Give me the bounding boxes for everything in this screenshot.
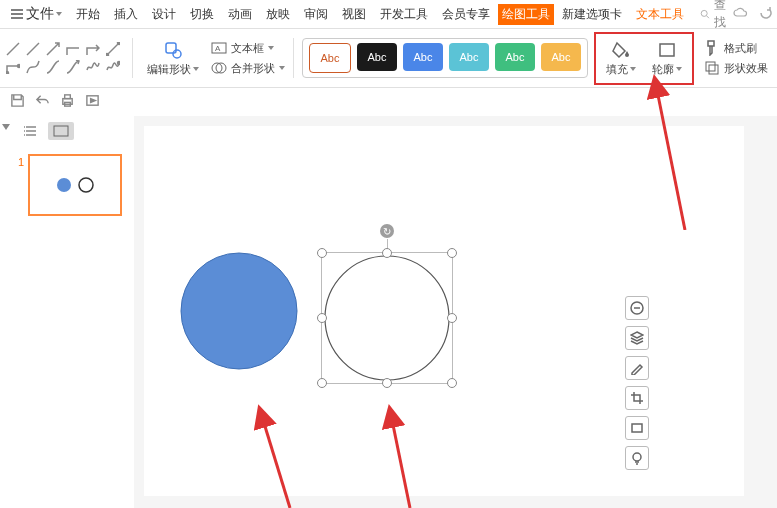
search-box[interactable]: 查找 (700, 0, 730, 31)
style-swatch-6[interactable]: Abc (541, 43, 581, 71)
menu-drawing-tools[interactable]: 绘图工具 (498, 4, 554, 25)
svg-rect-14 (709, 65, 718, 74)
format-brush-icon (704, 40, 720, 56)
canvas-area[interactable]: ↻ (134, 116, 777, 508)
svg-point-3 (6, 72, 9, 75)
menu-review[interactable]: 审阅 (298, 4, 334, 25)
svg-point-1 (106, 54, 109, 57)
shape-curve-icon (26, 60, 40, 74)
slide-canvas[interactable]: ↻ (144, 126, 744, 496)
menu-file[interactable]: 文件 (4, 3, 68, 25)
shape-elbow-arrow-icon (86, 42, 100, 56)
slide-thumbnail-1[interactable] (28, 154, 122, 216)
shape-arrow-icon (46, 42, 60, 56)
svg-point-26 (325, 256, 449, 380)
menu-animation[interactable]: 动画 (222, 4, 258, 25)
fill-icon (611, 41, 631, 59)
format-brush-button[interactable]: 格式刷 (704, 40, 768, 56)
workspace: 1 ↻ (0, 116, 777, 508)
svg-point-19 (24, 126, 25, 128)
resize-handle-ne[interactable] (447, 248, 457, 258)
svg-point-21 (24, 134, 25, 136)
chevron-down-icon (56, 12, 62, 16)
rect-button[interactable] (625, 416, 649, 440)
floating-toolbar (625, 296, 649, 470)
menu-bar: 文件 开始 插入 设计 切换 动画 放映 审阅 视图 开发工具 会员专享 绘图工… (0, 0, 777, 29)
idea-button[interactable] (625, 446, 649, 470)
outline-view-button[interactable] (18, 122, 44, 140)
resize-handle-se[interactable] (447, 378, 457, 388)
qa-save-icon[interactable] (10, 93, 25, 111)
svg-point-7 (173, 50, 181, 58)
pen-button[interactable] (625, 356, 649, 380)
menu-view[interactable]: 视图 (336, 4, 372, 25)
qa-preview-icon[interactable] (85, 93, 100, 111)
qa-undo-icon[interactable] (35, 93, 50, 111)
fill-button[interactable]: 填充 (600, 36, 642, 81)
shape-blue-circle[interactable] (179, 251, 299, 371)
svg-rect-22 (54, 126, 68, 136)
edit-shape-button[interactable]: 编辑形状 (141, 36, 205, 81)
menu-new-tab[interactable]: 新建选项卡 (556, 4, 628, 25)
menu-design[interactable]: 设计 (146, 4, 182, 25)
zoom-out-button[interactable] (625, 296, 649, 320)
style-swatch-1[interactable]: Abc (309, 43, 351, 73)
shape-gallery[interactable] (6, 42, 124, 74)
shape-connector2-icon (6, 60, 20, 74)
resize-handle-w[interactable] (317, 313, 327, 323)
svg-rect-28 (632, 424, 642, 432)
titlebar-right: ⋮ (732, 5, 777, 24)
menu-text-tool[interactable]: 文本工具 (630, 4, 690, 25)
qa-print-icon[interactable] (60, 93, 75, 111)
style-swatch-4[interactable]: Abc (449, 43, 489, 71)
layers-button[interactable] (625, 326, 649, 350)
menu-vip[interactable]: 会员专享 (436, 4, 496, 25)
menu-slideshow[interactable]: 放映 (260, 4, 296, 25)
fill-outline-group: 填充 轮廓 (594, 32, 694, 85)
crop-button[interactable] (625, 386, 649, 410)
collapse-icon[interactable] (2, 124, 10, 130)
resize-handle-sw[interactable] (317, 378, 327, 388)
slide-index: 1 (18, 154, 24, 168)
svg-point-23 (57, 178, 71, 192)
edit-shape-icon (164, 41, 182, 59)
menu-insert[interactable]: 插入 (108, 4, 144, 25)
shape-freeform-icon (106, 60, 120, 74)
svg-rect-16 (65, 95, 71, 99)
svg-point-0 (701, 10, 707, 16)
style-gallery[interactable]: Abc Abc Abc Abc Abc Abc (302, 38, 588, 78)
resize-handle-nw[interactable] (317, 248, 327, 258)
thumbnail-view-button[interactable] (48, 122, 74, 140)
svg-point-2 (118, 42, 121, 45)
svg-point-5 (118, 62, 121, 65)
svg-rect-12 (660, 44, 674, 56)
rotate-handle[interactable]: ↻ (380, 224, 394, 238)
textbox-button[interactable]: A 文本框 (211, 40, 285, 56)
menu-devtools[interactable]: 开发工具 (374, 4, 434, 25)
outline-icon (657, 41, 677, 59)
cloud-icon[interactable] (732, 5, 748, 24)
style-swatch-5[interactable]: Abc (495, 43, 535, 71)
resize-handle-n[interactable] (382, 248, 392, 258)
textbox-icon: A (211, 40, 227, 56)
shape-connector-icon (106, 42, 120, 56)
menu-start[interactable]: 开始 (70, 4, 106, 25)
menu-transition[interactable]: 切换 (184, 4, 220, 25)
svg-point-4 (18, 65, 21, 68)
shape-outline-circle[interactable] (322, 253, 452, 383)
shape-line2-icon (26, 42, 40, 56)
shape-curve2-icon (46, 60, 60, 74)
outline-button[interactable]: 轮廓 (646, 36, 688, 81)
style-swatch-2[interactable]: Abc (357, 43, 397, 71)
style-swatch-3[interactable]: Abc (403, 43, 443, 71)
left-gutter (0, 116, 12, 508)
svg-point-20 (24, 130, 25, 132)
outline-view-icon (24, 125, 38, 137)
combine-shape-button[interactable]: 合并形状 (211, 60, 285, 76)
shape-effects-button[interactable]: 形状效果 (704, 60, 768, 76)
refresh-icon[interactable] (758, 5, 774, 24)
resize-handle-e[interactable] (447, 313, 457, 323)
selection-box[interactable]: ↻ (321, 252, 453, 384)
hamburger-icon (10, 8, 24, 20)
resize-handle-s[interactable] (382, 378, 392, 388)
